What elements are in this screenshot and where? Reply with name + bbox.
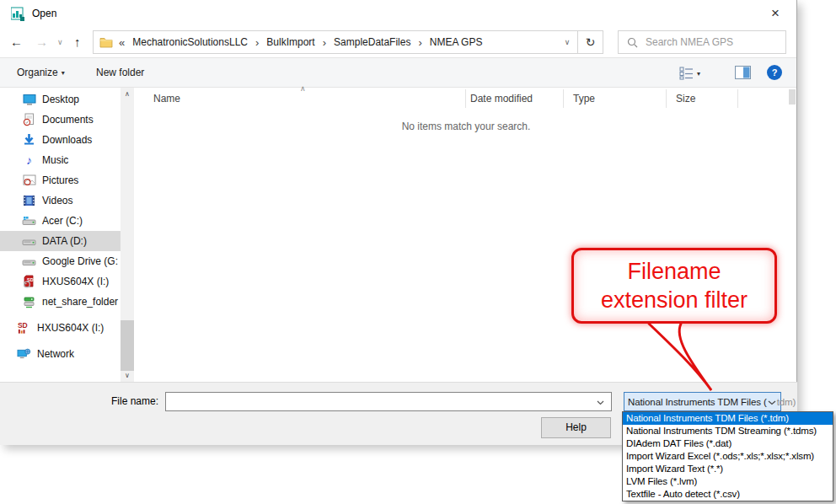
breadcrumb-separator-icon[interactable]: › [317, 36, 332, 49]
sidebar-item-label: Music [42, 154, 68, 166]
network-icon [17, 347, 31, 361]
filetype-option[interactable]: Import Wizard Text (*.*) [623, 463, 833, 475]
sd-card-icon: SD [17, 321, 31, 335]
scrollbar-thumb[interactable] [121, 320, 134, 371]
sidebar-item-acer-c[interactable]: Acer (C:) [0, 211, 121, 231]
filetype-option[interactable]: Textfile - Auto detect (*.csv) [623, 488, 833, 501]
search-input[interactable] [646, 36, 785, 48]
navigation-bar: ← → ∨ ↑ « MechatronicSolutionsLLC › Bulk… [0, 27, 796, 57]
sort-ascending-icon: ∧ [300, 84, 306, 93]
breadcrumb-item[interactable]: MechatronicSolutionsLLC [131, 36, 249, 48]
column-divider[interactable] [563, 89, 564, 108]
filetype-option[interactable]: LVM Files (*.lvm) [623, 475, 833, 488]
sidebar-item-label: net_share_folder [42, 296, 118, 308]
callout-line2: extension filter [574, 286, 774, 314]
breadcrumb-separator-icon[interactable]: › [249, 36, 265, 49]
sidebar-item-label: HXUS604X (I:) [42, 276, 109, 287]
filetype-option[interactable]: DIAdem DAT Files (*.dat) [623, 437, 833, 450]
sidebar-item-label: DATA (D:) [42, 235, 87, 247]
forward-icon[interactable]: → [35, 35, 48, 49]
sidebar-item-data-d[interactable]: DATA (D:) [0, 231, 121, 251]
close-icon[interactable]: × [764, 3, 786, 24]
preview-pane-icon[interactable] [735, 66, 751, 79]
column-divider[interactable] [737, 89, 738, 108]
scroll-down-icon[interactable]: ∨ [121, 372, 134, 379]
sidebar-scrollbar[interactable]: ∧ ∨ [121, 88, 134, 382]
sidebar-item-downloads[interactable]: Downloads [0, 130, 121, 150]
sidebar-item-pictures[interactable]: Pictures [0, 170, 121, 190]
sidebar-item-hxus604x-sync[interactable]: SD HXUS604X (I:) [0, 271, 121, 292]
pictures-icon [22, 174, 36, 187]
organize-caret-icon: ▾ [62, 69, 65, 77]
sd-card-sync-icon: SD [22, 275, 36, 288]
scroll-up-icon[interactable]: ∧ [121, 90, 134, 98]
sidebar-item-network[interactable]: Network [0, 344, 121, 364]
address-dropdown-icon[interactable]: ∨ [557, 38, 577, 46]
title-bar: Open × [0, 0, 796, 27]
up-icon[interactable]: ↑ [74, 35, 81, 49]
organize-button[interactable]: Organize▾ [17, 67, 65, 78]
help-button[interactable]: Help [541, 417, 611, 438]
help-icon[interactable]: ? [767, 65, 782, 80]
breadcrumb-item[interactable]: BulkImport [265, 36, 316, 48]
music-icon: ♪ [22, 153, 36, 167]
column-header-size[interactable]: Size [676, 93, 695, 105]
navigation-pane: Desktop Documents Downloads ♪ Music Pict… [0, 88, 135, 382]
refresh-icon[interactable]: ↻ [578, 35, 603, 49]
command-toolbar: Organize▾ New folder ▾ ? [0, 57, 796, 88]
breadcrumb-overflow-icon[interactable]: « [113, 36, 131, 49]
file-name-dropdown-icon[interactable] [597, 400, 604, 405]
back-icon[interactable]: ← [10, 35, 23, 49]
sidebar-item-label: Acer (C:) [42, 215, 83, 227]
downloads-icon [22, 133, 36, 147]
documents-icon [22, 113, 36, 126]
callout-tail [637, 321, 721, 394]
filetype-option[interactable]: National Instruments TDM Files (*.tdm) [623, 412, 833, 425]
recent-locations-icon[interactable]: ∨ [57, 38, 63, 46]
column-divider[interactable] [666, 89, 667, 108]
search-box[interactable] [618, 30, 786, 54]
breadcrumb-item[interactable]: SampleDataFiles [332, 36, 412, 48]
filetype-dropdown-list: National Instruments TDM Files (*.tdm) N… [622, 411, 833, 501]
column-header-date-modified[interactable]: Date modified [470, 93, 533, 105]
sidebar-item-label: Videos [42, 195, 72, 206]
breadcrumb-separator-icon[interactable]: › [412, 36, 427, 49]
filetype-combobox[interactable]: National Instruments TDM Files ( tdm) [624, 392, 781, 411]
views-button[interactable]: ▾ [679, 67, 700, 80]
sidebar-item-label: HXUS604X (I:) [37, 322, 104, 334]
system-drive-icon [22, 214, 36, 228]
column-divider[interactable] [465, 89, 466, 108]
screenshot-stage: Open × ← → ∨ ↑ « MechatronicSolutionsLLC… [0, 0, 836, 504]
callout-line1: Filename [574, 257, 774, 286]
new-folder-label: New folder [96, 67, 144, 78]
filetype-value-suffix: tdm) [777, 397, 796, 407]
sidebar-item-net-share-folder[interactable]: net_share_folder [0, 292, 121, 312]
sidebar-item-label: Google Drive (G: [42, 255, 118, 267]
file-name-combobox[interactable] [165, 392, 612, 411]
drive-icon [22, 234, 36, 248]
filetype-value-prefix: National Instruments TDM Files ( [628, 397, 767, 407]
address-bar[interactable]: « MechatronicSolutionsLLC › BulkImport ›… [93, 30, 603, 54]
sidebar-item-documents[interactable]: Documents [0, 110, 121, 130]
column-header-name[interactable]: Name [153, 93, 180, 105]
filetype-option[interactable]: National Instruments TDM Streaming (*.td… [623, 425, 833, 437]
sidebar-item-desktop[interactable]: Desktop [0, 89, 121, 110]
sidebar-item-label: Documents [42, 114, 94, 126]
sidebar-item-videos[interactable]: Videos [0, 190, 121, 211]
filetype-dropdown-icon [768, 400, 776, 405]
window-title: Open [32, 8, 56, 19]
file-name-input[interactable] [169, 394, 589, 410]
new-folder-button[interactable]: New folder [96, 67, 144, 78]
network-drive-icon [22, 295, 36, 308]
breadcrumb-item[interactable]: NMEA GPS [428, 36, 485, 48]
views-icon [679, 67, 694, 80]
organize-label: Organize [17, 67, 58, 78]
sidebar-item-hxus604x-sd[interactable]: SD HXUS604X (I:) [0, 318, 121, 338]
filetype-option[interactable]: Import Wizard Excel (*.ods;*.xls;*.xlsx;… [623, 450, 833, 463]
column-header-type[interactable]: Type [573, 93, 595, 105]
sidebar-item-music[interactable]: ♪ Music [0, 150, 121, 170]
sidebar-item-google-drive[interactable]: Google Drive (G: [0, 251, 121, 271]
svg-text:SD: SD [18, 321, 28, 330]
sidebar-item-label: Downloads [42, 134, 92, 146]
app-chart-icon [11, 7, 25, 21]
